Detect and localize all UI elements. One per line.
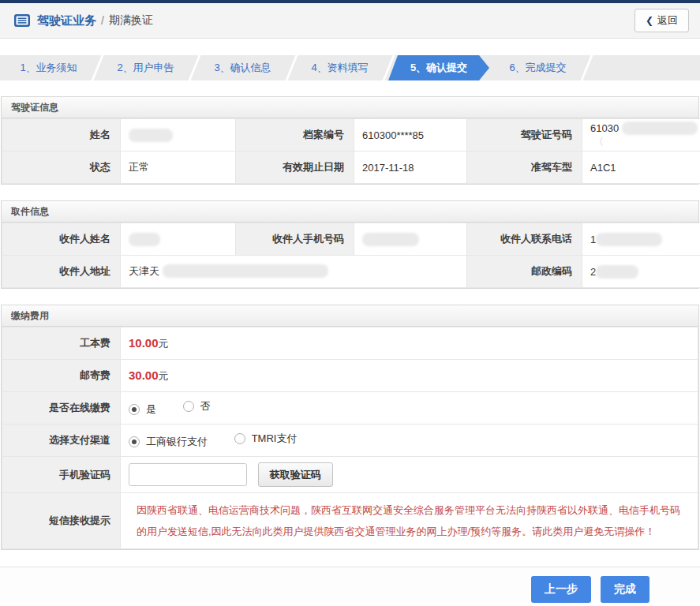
table-row: 收件人地址 天津天 邮政编码 2 <box>2 256 700 288</box>
file-number-value: 610300****85 <box>354 119 467 152</box>
license-number-suffix: 〈 <box>593 136 604 148</box>
online-pay-options: 是 否 <box>121 392 698 425</box>
cost-fee-label: 工本费 <box>2 327 121 360</box>
main-content: 驾驶证信息 姓名 档案编号 610300****85 驾驶证号码 61030 〈… <box>0 96 700 550</box>
finish-button[interactable]: 完成 <box>601 576 649 603</box>
name-value <box>121 119 236 152</box>
redacted-blob <box>129 233 160 246</box>
online-pay-yes-option[interactable]: 是 <box>129 402 156 417</box>
pay-channel-icbc-option[interactable]: 工商银行支付 <box>129 435 208 449</box>
postage-fee-label: 邮寄费 <box>2 360 121 392</box>
breadcrumb-separator: / <box>101 14 104 27</box>
step-5-confirm-submit[interactable]: 5、确认提交 <box>388 55 489 80</box>
recipient-name-label: 收件人姓名 <box>2 223 121 256</box>
license-info-table: 姓名 档案编号 610300****85 驾驶证号码 61030 〈 状态 正常… <box>2 118 700 184</box>
redacted-blob <box>596 265 638 279</box>
radio-selected-icon[interactable] <box>129 404 140 415</box>
document-list-icon <box>14 14 30 27</box>
sms-code-label: 手机验证码 <box>2 457 121 493</box>
file-number-label: 档案编号 <box>236 119 354 152</box>
step-4-fill-data[interactable]: 4、资料填写 <box>291 55 388 80</box>
table-row: 收件人姓名 收件人手机号码 收件人联系电话 1 <box>2 223 700 256</box>
fees-section: 缴纳费用 工本费 10.00元 邮寄费 30.00元 是否在线缴费 是 否 选择… <box>1 305 699 550</box>
recipient-mobile-label: 收件人手机号码 <box>236 223 354 256</box>
license-info-section: 驾驶证信息 姓名 档案编号 610300****85 驾驶证号码 61030 〈… <box>1 96 699 185</box>
online-pay-label: 是否在线缴费 <box>2 392 121 425</box>
sms-notice-text: 因陕西省联通、电信运营商技术问题，陕西省互联网交通安全综合服务管理平台无法向持陕… <box>129 493 698 548</box>
redacted-blob <box>622 122 698 135</box>
cost-fee-value: 10.00元 <box>121 327 698 360</box>
breadcrumb: 驾驶证业务 / 期满换证 <box>14 13 153 28</box>
table-row: 工本费 10.00元 <box>2 327 698 360</box>
pay-channel-tmri-option[interactable]: TMRI支付 <box>234 432 298 446</box>
fees-section-title: 缴纳费用 <box>2 305 698 327</box>
sms-notice-cell: 因陕西省联通、电信运营商技术问题，陕西省互联网交通安全综合服务管理平台无法向持陕… <box>121 493 698 549</box>
radio-selected-icon[interactable] <box>129 436 140 447</box>
redacted-blob <box>163 264 328 278</box>
pay-channel-label: 选择支付渠道 <box>2 425 121 457</box>
step-3-confirm-info[interactable]: 3、确认信息 <box>194 55 291 80</box>
license-section-title: 驾驶证信息 <box>2 97 698 118</box>
page-title: 驾驶证业务 <box>37 13 96 28</box>
table-row: 是否在线缴费 是 否 <box>2 392 698 425</box>
recipient-address-value: 天津天 <box>121 256 467 288</box>
pickup-info-section: 取件信息 收件人姓名 收件人手机号码 收件人联系电话 1 收件人地址 天津天 邮… <box>1 200 699 289</box>
postcode-value: 2 <box>582 256 700 288</box>
license-number-value: 61030 〈 <box>582 119 700 152</box>
page-subtitle: 期满换证 <box>109 13 153 28</box>
vehicle-class-label: 准驾车型 <box>467 152 582 184</box>
fees-table: 工本费 10.00元 邮寄费 30.00元 是否在线缴费 是 否 选择支付渠道 … <box>2 327 698 549</box>
table-row: 邮寄费 30.00元 <box>2 360 698 392</box>
step-6-complete[interactable]: 6、完成提交 <box>489 55 586 80</box>
status-label: 状态 <box>2 152 121 184</box>
name-label: 姓名 <box>2 119 121 152</box>
sms-notice-label: 短信接收提示 <box>2 493 121 549</box>
sms-code-input[interactable] <box>129 463 247 486</box>
online-pay-no-option[interactable]: 否 <box>183 399 211 413</box>
cost-fee-amount: 10.00 <box>129 336 159 350</box>
sms-code-cell: 获取验证码 <box>121 457 698 493</box>
expiry-date-label: 有效期止日期 <box>236 152 354 184</box>
header: 驾驶证业务 / 期满换证 ❮ 返回 <box>0 3 700 39</box>
step-nav-filler <box>586 55 700 80</box>
expiry-date-value: 2017-11-18 <box>354 152 467 184</box>
table-row: 手机验证码 获取验证码 <box>2 457 698 493</box>
vehicle-class-value: A1C1 <box>582 152 700 184</box>
radio-unselected-icon[interactable] <box>183 401 194 412</box>
pickup-section-title: 取件信息 <box>2 201 698 223</box>
cost-fee-unit: 元 <box>159 338 169 350</box>
back-button-label: 返回 <box>657 13 678 28</box>
recipient-phone-label: 收件人联系电话 <box>467 223 582 256</box>
table-row: 姓名 档案编号 610300****85 驾驶证号码 61030 〈 <box>2 119 700 152</box>
table-row: 选择支付渠道 工商银行支付 TMRI支付 <box>2 425 698 457</box>
back-button[interactable]: ❮ 返回 <box>634 9 689 32</box>
postage-fee-value: 30.00元 <box>121 360 698 392</box>
table-row: 短信接收提示 因陕西省联通、电信运营商技术问题，陕西省互联网交通安全综合服务管理… <box>2 493 698 549</box>
postage-fee-unit: 元 <box>159 370 169 382</box>
recipient-mobile-value <box>354 223 467 256</box>
footer-actions: 上一步 完成 <box>0 567 700 603</box>
status-value: 正常 <box>121 152 236 184</box>
redacted-blob <box>129 129 173 142</box>
redacted-blob <box>362 233 419 246</box>
postcode-label: 邮政编码 <box>467 256 582 288</box>
previous-step-button[interactable]: 上一步 <box>531 576 591 603</box>
step-1-notice[interactable]: 1、业务须知 <box>0 55 97 80</box>
pickup-info-table: 收件人姓名 收件人手机号码 收件人联系电话 1 收件人地址 天津天 邮政编码 2 <box>2 223 700 288</box>
radio-unselected-icon[interactable] <box>234 433 245 444</box>
get-sms-code-button[interactable]: 获取验证码 <box>258 462 333 487</box>
recipient-phone-value: 1 <box>582 223 700 256</box>
table-row: 状态 正常 有效期止日期 2017-11-18 准驾车型 A1C1 <box>2 152 700 184</box>
pay-channel-options: 工商银行支付 TMRI支付 <box>121 425 698 457</box>
recipient-name-value <box>121 223 236 256</box>
chevron-left-icon: ❮ <box>646 15 653 26</box>
recipient-address-label: 收件人地址 <box>2 256 121 288</box>
step-nav: 1、业务须知 2、用户申告 3、确认信息 4、资料填写 5、确认提交 6、完成提… <box>0 55 700 80</box>
postage-fee-amount: 30.00 <box>129 368 159 382</box>
redacted-blob <box>596 233 662 246</box>
step-2-declaration[interactable]: 2、用户申告 <box>97 55 194 80</box>
license-number-label: 驾驶证号码 <box>467 119 582 152</box>
